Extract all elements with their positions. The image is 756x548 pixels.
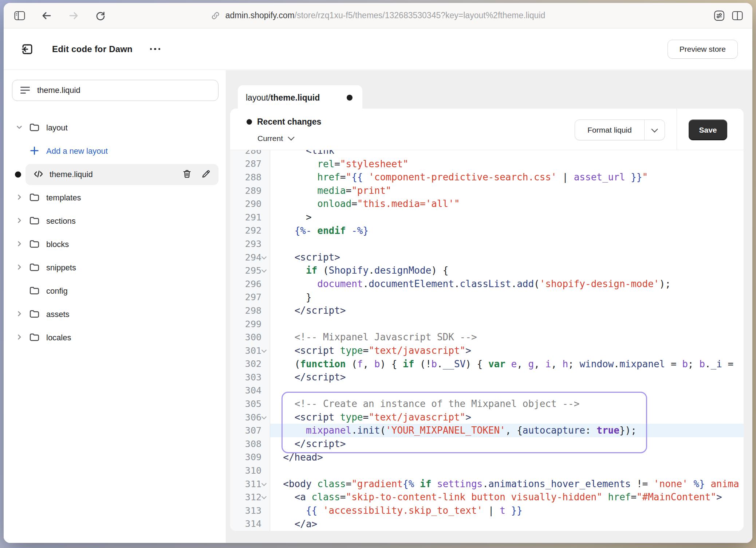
sidebar-folder-templates[interactable]: templates	[4, 186, 226, 210]
code-line-313[interactable]: {{ 'accessibility.skip_to_text' | t }}	[270, 504, 744, 517]
split-view-icon[interactable]	[730, 9, 745, 22]
folder-label: locales	[46, 333, 71, 342]
chevron-right-icon[interactable]	[16, 217, 23, 226]
code-line-303[interactable]: </script>	[270, 371, 744, 384]
pencil-icon[interactable]	[201, 169, 211, 180]
code-line-314[interactable]: </a>	[270, 517, 744, 531]
code-line-293[interactable]	[270, 237, 744, 251]
forward-icon[interactable]	[67, 9, 80, 22]
editor-tab[interactable]: layout/theme.liquid	[238, 85, 362, 110]
sidebar-folder-blocks[interactable]: blocks	[4, 233, 226, 256]
sidebar-folder-sections[interactable]: sections	[4, 210, 226, 233]
reload-icon[interactable]	[94, 9, 107, 22]
folder-label: blocks	[46, 240, 69, 249]
fold-chevron-icon[interactable]	[261, 415, 266, 420]
code-line-307[interactable]: mixpanel.init('YOUR_MIXPANEL_TOKEN', {au…	[270, 424, 744, 437]
code-lines: <link rel="stylesheet" href="{{ 'compone…	[270, 150, 744, 531]
line-number-291: 291	[230, 211, 270, 224]
code-line-290[interactable]: onload="this.media='all'"	[270, 197, 744, 211]
code-editor[interactable]: 2862872882892902912922932942952962972982…	[230, 150, 744, 531]
code-line-312[interactable]: <a class="skip-to-content-link button vi…	[270, 490, 744, 504]
code-line-298[interactable]: </script>	[270, 304, 744, 317]
sidebar-folder-layout[interactable]: layout	[4, 116, 226, 140]
line-number-292: 292	[230, 224, 270, 238]
file-search[interactable]	[12, 80, 218, 101]
code-line-301[interactable]: <script type="text/javascript">	[270, 344, 744, 357]
chevron-right-icon[interactable]	[16, 193, 23, 202]
code-line-295[interactable]: if (Shopify.designMode) {	[270, 264, 744, 277]
code-line-309[interactable]: </head>	[270, 451, 744, 464]
code-line-291[interactable]: >	[270, 211, 744, 224]
code-line-289[interactable]: media="print"	[270, 184, 744, 197]
plus-icon	[29, 145, 40, 158]
chevron-down-icon	[288, 134, 294, 140]
code-line-302[interactable]: (function (f, b) { if (!b.__SV) { var e,…	[270, 357, 744, 371]
code-line-305[interactable]: <!-- Create an instance of the Mixpanel …	[270, 397, 744, 411]
folder-label: templates	[46, 193, 81, 203]
version-dropdown[interactable]: Current	[257, 134, 294, 143]
sidebar-folder-config[interactable]: config	[4, 279, 226, 303]
sidebar-folder-assets[interactable]: assets	[4, 303, 226, 326]
chevron-right-icon[interactable]	[16, 310, 23, 319]
code-line-294[interactable]: <script>	[270, 251, 744, 264]
line-number-296: 296	[230, 277, 270, 291]
page-settings-icon[interactable]	[712, 9, 727, 22]
line-number-294: 294	[230, 251, 270, 264]
chevron-right-icon[interactable]	[16, 333, 23, 342]
code-line-288[interactable]: href="{{ 'component-predictive-search.cs…	[270, 171, 744, 184]
sidebar-file-theme.liquid[interactable]: theme.liquid	[4, 163, 226, 186]
unsaved-dot	[247, 119, 252, 125]
line-number-312: 312	[230, 490, 270, 504]
chevron-right-icon[interactable]	[16, 240, 23, 249]
fold-chevron-icon[interactable]	[261, 348, 266, 353]
exit-icon[interactable]	[20, 42, 35, 56]
rename-file-button[interactable]	[200, 169, 211, 180]
code-line-297[interactable]: }	[270, 291, 744, 304]
code-line-299[interactable]	[270, 317, 744, 331]
save-button[interactable]: Save	[689, 120, 727, 140]
fold-chevron-icon[interactable]	[261, 255, 266, 260]
code-line-292[interactable]: {%- endif -%}	[270, 224, 744, 238]
code-line-286[interactable]: <link	[270, 150, 744, 157]
line-number-304: 304	[230, 384, 270, 398]
line-number-295: 295	[230, 264, 270, 277]
code-column[interactable]: <link rel="stylesheet" href="{{ 'compone…	[270, 150, 744, 531]
fold-chevron-icon[interactable]	[261, 482, 266, 486]
fold-chevron-icon[interactable]	[261, 268, 266, 273]
format-liquid-button[interactable]: Format liquid	[575, 120, 644, 140]
format-liquid-dropdown[interactable]	[644, 120, 665, 140]
overflow-menu-icon[interactable]	[146, 44, 164, 54]
sidebar-folder-locales[interactable]: locales	[4, 326, 226, 349]
code-line-311[interactable]: <body class="gradient{% if settings.anim…	[270, 477, 744, 491]
folder-icon	[29, 308, 40, 321]
back-icon[interactable]	[40, 9, 53, 22]
code-line-287[interactable]: rel="stylesheet"	[270, 157, 744, 171]
selected-file-pill[interactable]: theme.liquid	[25, 164, 218, 185]
sidebar-action-add-layout[interactable]: Add a new layout	[4, 140, 226, 163]
code-line-300[interactable]: <!-- Mixpanel Javascript SDK -->	[270, 330, 744, 344]
fold-chevron-icon[interactable]	[261, 495, 266, 500]
delete-file-button[interactable]	[181, 169, 192, 180]
file-search-input[interactable]	[37, 86, 218, 95]
action-label: Add a new layout	[46, 146, 108, 156]
sidebar-toggle-icon[interactable]	[13, 9, 26, 22]
code-line-296[interactable]: document.documentElement.classList.add('…	[270, 277, 744, 291]
line-number-289: 289	[230, 184, 270, 197]
preview-store-button[interactable]: Preview store	[668, 40, 738, 59]
code-line-304[interactable]	[270, 384, 744, 398]
sidebar-folder-snippets[interactable]: snippets	[4, 256, 226, 279]
chevron-down-icon[interactable]	[16, 124, 23, 132]
chevron-right-icon[interactable]	[16, 263, 23, 272]
folder-icon	[29, 192, 40, 204]
code-line-310[interactable]	[270, 464, 744, 477]
line-number-303: 303	[230, 371, 270, 384]
address-bar[interactable]: admin.shopify.com/store/rzq1xu-f5/themes…	[211, 3, 546, 28]
editor-panel: Recent changes Current Format liquid Sav…	[230, 109, 744, 531]
browser-toolbar: admin.shopify.com/store/rzq1xu-f5/themes…	[4, 3, 752, 28]
code-line-308[interactable]: </script>	[270, 437, 744, 451]
folder-icon	[29, 285, 40, 298]
tab-file-name: theme.liquid	[271, 93, 320, 103]
trash-icon[interactable]	[182, 169, 192, 180]
code-line-306[interactable]: <script type="text/javascript">	[270, 411, 744, 424]
line-number-293: 293	[230, 237, 270, 251]
